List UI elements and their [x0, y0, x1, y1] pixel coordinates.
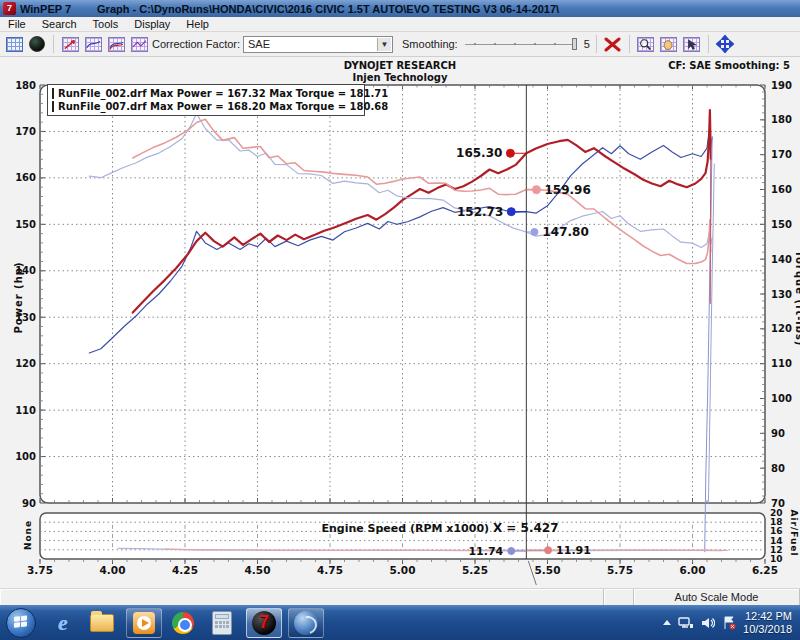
airfuel-axis-title: Air/Fuel — [789, 509, 799, 556]
chevron-down-icon[interactable]: ▼ — [377, 38, 391, 51]
legend-swatch-red — [52, 101, 54, 112]
smoothing-value: 5 — [584, 38, 590, 50]
chart-header-line2: Injen Technology — [0, 72, 800, 84]
taskbar-clock[interactable]: 12:42 PM 10/3/2018 — [743, 610, 792, 636]
document-title: Graph - C:\DynoRuns\HONDA\CIVIC\2016 CIV… — [97, 3, 559, 15]
chart-overlay-icon[interactable] — [106, 34, 126, 54]
status-panel — [0, 589, 604, 605]
menu-search[interactable]: Search — [34, 18, 85, 30]
x-axis-title-row: Engine Speed (RPM x1000) X = 5.427 — [240, 521, 640, 535]
toolbar-separator — [53, 35, 54, 53]
delete-run-icon[interactable] — [603, 34, 623, 54]
cursor-readout: X = 5.427 — [493, 521, 559, 535]
smoothing-label: Smoothing: — [402, 38, 458, 50]
chart-compare-icon[interactable] — [83, 34, 103, 54]
sync-app-icon[interactable] — [288, 608, 324, 638]
system-tray: 12:42 PM 10/3/2018 — [663, 610, 800, 636]
menu-help[interactable]: Help — [178, 18, 217, 30]
correction-factor-value: SAE — [248, 38, 270, 50]
slider-handle[interactable] — [572, 38, 577, 50]
status-mode: Auto Scale Mode — [634, 589, 800, 605]
chart-add-icon[interactable] — [60, 34, 80, 54]
network-icon[interactable] — [678, 616, 694, 630]
winpep-taskbar-icon[interactable]: 7 — [246, 608, 282, 638]
move-cursor-icon[interactable] — [715, 34, 735, 54]
power-axis-title: Power (hp) — [13, 261, 24, 333]
legend-swatch-blue — [52, 88, 54, 99]
toolbar: Correction Factor: SAE ▼ Smoothing: 5 — [0, 32, 800, 57]
calculator-icon[interactable] — [207, 608, 237, 638]
toolbar-separator — [629, 35, 630, 53]
menu-display[interactable]: Display — [126, 18, 178, 30]
chart-zoom-icon[interactable] — [636, 34, 656, 54]
internet-explorer-icon[interactable]: e — [48, 608, 78, 638]
app-title: WinPEP 7 — [20, 3, 71, 15]
status-bar: Auto Scale Mode — [0, 588, 800, 605]
media-player-icon[interactable] — [126, 608, 162, 638]
clock-date: 10/3/2018 — [743, 623, 792, 636]
menu-file[interactable]: File — [0, 18, 34, 30]
clock-time: 12:42 PM — [743, 610, 792, 623]
correction-factor-label: Correction Factor: — [152, 38, 240, 50]
legend-row: RunFile_002.drf Max Power = 167.32 Max T… — [52, 87, 359, 100]
chrome-icon[interactable] — [168, 608, 198, 638]
chart-legend: RunFile_002.drf Max Power = 167.32 Max T… — [47, 84, 365, 116]
start-button[interactable] — [6, 608, 36, 638]
title-bar[interactable]: 7 WinPEP 7 Graph - C:\DynoRuns\HONDA\CIV… — [0, 0, 800, 17]
winpep-app-icon: 7 — [3, 2, 16, 15]
windows-flag-icon — [14, 615, 28, 629]
torque-axis-title: Torque (ft-lbs) — [794, 251, 800, 347]
chart-pan-icon[interactable] — [659, 34, 679, 54]
chart-select-icon[interactable] — [682, 34, 702, 54]
toolbar-separator — [596, 35, 597, 53]
explorer-folder-icon[interactable] — [87, 608, 117, 638]
menu-tools[interactable]: Tools — [85, 18, 127, 30]
bottom-panel-left-title: None — [23, 520, 33, 550]
chart-region[interactable]: DYNOJET RESEARCH Injen Technology CF: SA… — [0, 57, 800, 588]
grid-table-icon[interactable] — [4, 34, 24, 54]
legend-label: RunFile_007.drf Max Power = 168.20 Max T… — [58, 101, 388, 112]
legend-row: RunFile_007.drf Max Power = 168.20 Max T… — [52, 100, 359, 113]
x-axis-title: Engine Speed (RPM x1000) — [321, 522, 489, 535]
chart-header-right: CF: SAE Smoothing: 5 — [668, 60, 790, 71]
winpep-window: 7 WinPEP 7 Graph - C:\DynoRuns\HONDA\CIV… — [0, 0, 800, 640]
status-panel — [604, 589, 634, 605]
tray-expand-caret[interactable] — [663, 620, 671, 625]
chart-multi-icon[interactable] — [129, 34, 149, 54]
taskbar: e 7 12:42 PM 10/3/2018 — [0, 605, 800, 640]
speaker-icon[interactable] — [701, 616, 715, 630]
menu-bar: File Search Tools Display Help — [0, 17, 800, 32]
legend-label: RunFile_002.drf Max Power = 167.32 Max T… — [58, 88, 388, 99]
smoothing-slider[interactable] — [465, 36, 577, 52]
action-center-flag-icon[interactable] — [722, 616, 736, 630]
correction-factor-select[interactable]: SAE ▼ — [243, 36, 393, 53]
gauge-globe-icon[interactable] — [27, 34, 47, 54]
toolbar-separator — [708, 35, 709, 53]
